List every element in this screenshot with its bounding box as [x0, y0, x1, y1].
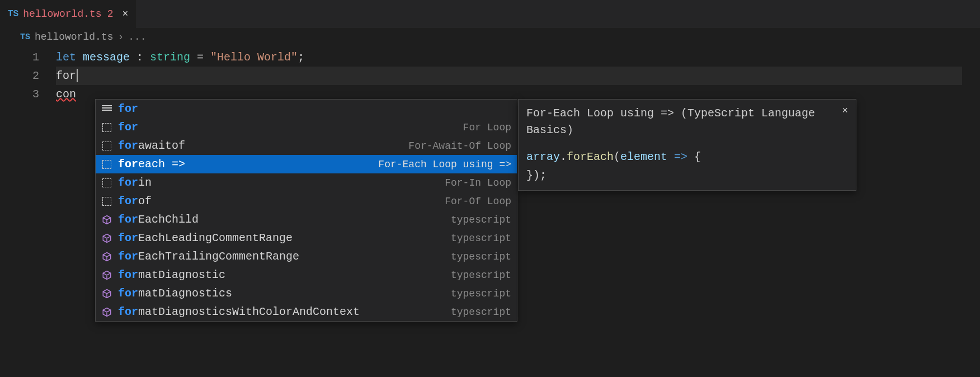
breadcrumb[interactable]: TS helloworld.ts › ...	[0, 28, 980, 47]
intellisense-suggestions[interactable]: forforFor LoopforawaitofFor-Await-Of Loo…	[95, 99, 517, 322]
ts-file-icon: TS	[8, 9, 18, 19]
module-icon	[101, 288, 112, 299]
suggestion-item[interactable]: forEachLeadingCommentRangetypescript	[96, 229, 517, 247]
text-cursor	[77, 69, 78, 82]
doc-code-preview: array.forEach(element => { });	[526, 148, 848, 185]
code-content[interactable]: let message : string = "Hello World"; fo…	[56, 48, 962, 103]
suggestion-label: formatDiagnostics	[118, 287, 445, 300]
module-icon	[101, 233, 112, 244]
suggestion-detail: typescript	[451, 307, 511, 318]
suggestion-label: forof	[118, 195, 439, 208]
tab-problem-count: 2	[107, 8, 114, 20]
suggestion-item[interactable]: formatDiagnostictypescript	[96, 266, 517, 284]
chevron-right-icon: ›	[117, 31, 124, 43]
line-number: 1	[0, 48, 39, 67]
suggestion-detail: For-Of Loop	[445, 196, 511, 207]
suggestion-label: for	[118, 102, 506, 115]
snippet-icon	[101, 140, 112, 152]
suggestion-item[interactable]: formatDiagnosticstypescript	[96, 284, 517, 303]
tab-bar: TS helloworld.ts 2 ×	[0, 0, 980, 28]
suggestion-detail: typescript	[451, 288, 511, 299]
suggestion-detail: For-In Loop	[445, 177, 511, 189]
module-icon	[101, 214, 112, 225]
suggestion-item[interactable]: formatDiagnosticsWithColorAndContexttype…	[96, 303, 517, 321]
keyword-icon	[101, 103, 112, 115]
snippet-icon	[101, 196, 112, 207]
code-line-active[interactable]: for	[56, 67, 962, 85]
suggestion-label: formatDiagnosticsWithColorAndContext	[118, 305, 445, 318]
suggestion-item[interactable]: for	[96, 100, 517, 118]
suggestion-label: forEachLeadingCommentRange	[118, 232, 445, 244]
module-icon	[101, 270, 112, 281]
intellisense-documentation: For-Each Loop using => (TypeScript Langu…	[518, 99, 856, 191]
suggestion-label: forin	[118, 176, 439, 189]
suggestion-item[interactable]: forEachTrailingCommentRangetypescript	[96, 247, 517, 266]
editor-tab[interactable]: TS helloworld.ts 2 ×	[0, 0, 136, 28]
suggestion-detail: typescript	[451, 270, 511, 281]
module-icon	[101, 307, 112, 318]
suggestion-detail: For-Each Loop using =>	[378, 159, 511, 170]
suggestion-label: foreach =>	[118, 158, 373, 171]
suggestion-item[interactable]: forofFor-Of Loop	[96, 192, 517, 210]
module-icon	[101, 251, 112, 262]
suggestion-detail: For-Await-Of Loop	[408, 140, 511, 152]
doc-title: For-Each Loop using => (TypeScript Langu…	[526, 105, 842, 139]
editor[interactable]: 1 2 3 let message : string = "Hello Worl…	[0, 47, 980, 103]
suggestion-item[interactable]: forawaitofFor-Await-Of Loop	[96, 136, 517, 155]
suggestion-label: for	[118, 121, 458, 134]
line-number: 3	[0, 85, 39, 103]
snippet-icon	[101, 122, 112, 133]
close-icon[interactable]: ×	[842, 105, 848, 116]
suggestion-item[interactable]: foreach =>For-Each Loop using =>	[96, 155, 517, 173]
suggestion-detail: For Loop	[463, 122, 511, 133]
suggestion-label: forEachChild	[118, 213, 445, 226]
breadcrumb-more[interactable]: ...	[128, 31, 146, 43]
suggestion-detail: typescript	[451, 233, 511, 244]
code-line[interactable]: let message : string = "Hello World";	[56, 48, 962, 67]
suggestion-label: formatDiagnostic	[118, 268, 445, 281]
tab-filename: helloworld.ts	[23, 8, 101, 20]
line-number-gutter: 1 2 3	[0, 48, 56, 103]
suggestion-label: forEachTrailingCommentRange	[118, 250, 445, 263]
suggestion-detail: typescript	[451, 251, 511, 262]
suggestion-item[interactable]: forinFor-In Loop	[96, 173, 517, 192]
line-number: 2	[0, 67, 39, 85]
ts-file-icon: TS	[20, 32, 30, 42]
suggestion-item[interactable]: forFor Loop	[96, 118, 517, 136]
breadcrumb-file[interactable]: helloworld.ts	[35, 31, 113, 43]
close-icon[interactable]: ×	[122, 8, 128, 20]
suggestion-item[interactable]: forEachChildtypescript	[96, 210, 517, 229]
suggestion-detail: typescript	[451, 214, 511, 225]
snippet-icon	[101, 177, 112, 189]
suggestion-label: forawaitof	[118, 139, 403, 152]
snippet-icon	[101, 159, 112, 170]
